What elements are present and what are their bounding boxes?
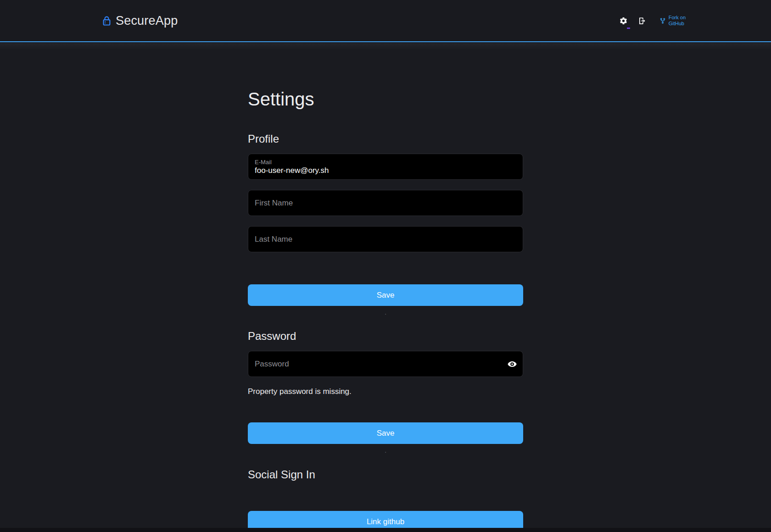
- lock-icon: [103, 16, 111, 26]
- social-section-heading: Social Sign In: [248, 468, 523, 481]
- gear-icon: [619, 17, 628, 25]
- password-input[interactable]: [255, 351, 516, 377]
- email-input[interactable]: [255, 166, 516, 175]
- fork-link-label: Fork on GitHub: [669, 15, 686, 27]
- first-name-field[interactable]: [248, 190, 523, 216]
- last-name-input[interactable]: [255, 227, 516, 252]
- profile-save-button[interactable]: Save: [248, 284, 523, 306]
- password-field[interactable]: [248, 351, 523, 377]
- page-title: Settings: [248, 88, 523, 110]
- page-bottom-gap: [0, 528, 771, 532]
- fork-on-github-link[interactable]: Fork on GitHub: [659, 15, 686, 27]
- app-logo[interactable]: SecureApp: [103, 14, 178, 28]
- email-label: E-Mail: [255, 159, 516, 166]
- password-error-message: Property password is missing.: [248, 387, 523, 396]
- email-field[interactable]: E-Mail: [248, 154, 523, 180]
- app-name: SecureApp: [116, 14, 178, 28]
- settings-page: Settings Profile E-Mail Save . Password …: [248, 42, 523, 532]
- header-actions: Fork on GitHub: [618, 15, 686, 27]
- eye-icon: [507, 359, 517, 369]
- app-header: SecureApp: [0, 0, 771, 42]
- last-name-field[interactable]: [248, 226, 523, 252]
- password-save-button[interactable]: Save: [248, 422, 523, 444]
- password-helper-dot: .: [248, 447, 523, 454]
- git-fork-icon: [659, 17, 666, 25]
- profile-helper-dot: .: [248, 309, 523, 316]
- settings-gear-button[interactable]: [618, 16, 629, 26]
- gear-active-underscore: [627, 28, 630, 29]
- toggle-password-visibility-button[interactable]: [507, 359, 517, 369]
- logout-icon: [637, 17, 646, 25]
- password-section-heading: Password: [248, 329, 523, 343]
- logout-button[interactable]: [637, 16, 647, 26]
- profile-section-heading: Profile: [248, 132, 523, 145]
- first-name-input[interactable]: [255, 190, 516, 216]
